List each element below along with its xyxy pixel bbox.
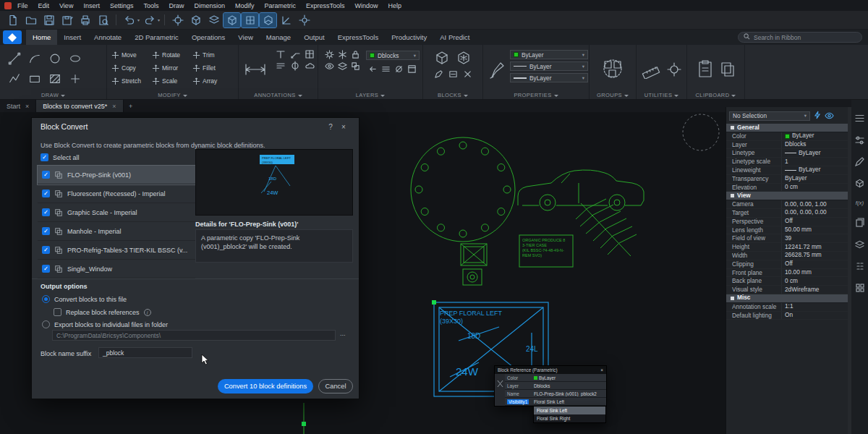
select-all-row[interactable]: ✓ Select all: [41, 153, 80, 161]
measure-icon[interactable]: [642, 48, 660, 90]
close-tab-icon[interactable]: ×: [25, 103, 29, 110]
close-icon[interactable]: ×: [600, 367, 603, 373]
export-path-input[interactable]: C:\ProgramData\Bricsys\Components\: [52, 330, 336, 341]
panel-label-annotations[interactable]: ANNOTATIONS: [239, 92, 318, 98]
layer-states-icon[interactable]: [338, 61, 347, 71]
cancel-button[interactable]: Cancel: [318, 379, 353, 393]
panel-label-modify[interactable]: MODIFY: [107, 92, 238, 98]
settings-icon[interactable]: [296, 13, 312, 27]
property-row[interactable]: Field of view 39: [726, 234, 851, 243]
export-to-folder-option[interactable]: Export blocks to individual files in fol…: [42, 320, 168, 328]
block-checkbox[interactable]: ✓: [42, 227, 50, 235]
modify-tool[interactable]: Array: [192, 77, 233, 85]
property-row[interactable]: Clipping Off: [726, 260, 851, 269]
property-row[interactable]: Annotation scale 1:1: [726, 303, 851, 312]
ribbon-tab[interactable]: Manage: [260, 30, 297, 45]
export-to-folder-radio[interactable]: [42, 320, 50, 328]
dimension-tool-icon[interactable]: [243, 48, 268, 90]
property-row[interactable]: Target 0.00, 0.00, 0.00: [726, 209, 851, 218]
ribbon-tab[interactable]: Operations: [185, 30, 231, 45]
property-row[interactable]: Linetype ByLayer: [726, 149, 851, 158]
paste-icon[interactable]: [697, 48, 714, 90]
color-combo[interactable]: ByLayer ▾: [510, 50, 588, 59]
ribbon-tab[interactable]: ExpressTools: [331, 30, 386, 45]
produce-case-entity[interactable]: ORGANIC PRODUCE 8 3-TIER CASE (KIL BSSC-…: [519, 235, 573, 267]
app-icon[interactable]: [4, 2, 12, 9]
modify-tool[interactable]: Scale: [152, 77, 192, 85]
panel-label-draw[interactable]: DRAW: [0, 92, 106, 98]
property-row[interactable]: Transparency ByLayer: [726, 175, 851, 184]
rectangle-tool-icon[interactable]: [28, 72, 41, 85]
leader-tool-icon[interactable]: [290, 49, 300, 59]
panel-label-properties[interactable]: PROPERTIES: [483, 92, 589, 98]
grid-panel-icon[interactable]: [854, 282, 865, 293]
edit-block-icon[interactable]: [434, 69, 443, 79]
parameters-fx-icon[interactable]: f(x): [856, 200, 864, 206]
menu-item[interactable]: Help: [388, 2, 402, 9]
convert-button[interactable]: Convert 10 block definitions: [218, 379, 313, 393]
modify-tool[interactable]: Mirror: [152, 64, 192, 72]
property-row[interactable]: View: [726, 192, 851, 200]
panel-label-blocks[interactable]: BLOCKS: [423, 92, 482, 98]
linetype-combo[interactable]: ByLayer ▾: [510, 61, 588, 71]
property-row[interactable]: Misc: [726, 294, 851, 303]
create-block-icon[interactable]: [456, 50, 472, 66]
menu-item[interactable]: Insert: [83, 2, 100, 9]
block-list-item[interactable]: ✓ FLO-Prep-Sink (v001): [38, 166, 195, 184]
polyline-tool-icon[interactable]: [8, 72, 21, 85]
ribbon-tab[interactable]: Annotate: [88, 30, 128, 45]
panel-label-layers[interactable]: LAYERS: [318, 92, 422, 98]
print-icon[interactable]: [77, 13, 93, 27]
help-icon[interactable]: ?: [324, 123, 337, 131]
popup-title-bar[interactable]: Block Reference (Parametric) ×: [495, 366, 606, 374]
manhole-entity[interactable]: [411, 137, 515, 242]
ribbon-tab[interactable]: 2D Parametric: [128, 30, 185, 45]
block-list-item[interactable]: ✓ Graphic Scale - Imperial: [38, 203, 195, 222]
property-row[interactable]: Linetype scale 1: [726, 158, 851, 166]
undo-icon[interactable]: [121, 13, 137, 27]
layer-freeze-icon[interactable]: [338, 50, 347, 59]
popup-property-row[interactable]: Layer Dblocks: [505, 382, 606, 390]
suffix-input[interactable]: _pblock: [98, 347, 192, 358]
open-file-icon[interactable]: [22, 13, 39, 27]
layer-lock-icon[interactable]: [351, 50, 360, 59]
copy-clip-icon[interactable]: [720, 48, 736, 90]
attribute-icon[interactable]: [448, 69, 458, 79]
popup-property-row[interactable]: Color ByLayer: [505, 374, 606, 382]
redo-caret-icon[interactable]: ▾: [158, 17, 160, 22]
modify-tool[interactable]: Trim: [192, 51, 233, 59]
block-checkbox[interactable]: ✓: [42, 208, 50, 216]
menu-item[interactable]: Draw: [169, 2, 184, 9]
groups-icon[interactable]: [602, 48, 624, 90]
centerline-tool-icon[interactable]: [290, 61, 300, 71]
menu-item[interactable]: ExpressTools: [306, 2, 345, 9]
panel-label-utilities[interactable]: UTILITIES: [637, 92, 686, 98]
mechanical-browser-icon[interactable]: [854, 178, 865, 189]
property-row[interactable]: Lineweight ByLayer: [726, 166, 851, 175]
property-row[interactable]: Width 26628.75 mm: [726, 252, 851, 260]
ribbon-tab[interactable]: View: [231, 30, 259, 45]
property-row[interactable]: Front plane 10.00 mm: [726, 269, 851, 278]
line-entity[interactable]: [302, 403, 306, 434]
grey-circle-entity[interactable]: [683, 114, 719, 150]
menu-item[interactable]: Tools: [143, 2, 158, 9]
ribbon-tab[interactable]: Home: [26, 30, 57, 45]
save-icon[interactable]: [41, 13, 57, 27]
close-tab-icon[interactable]: ×: [112, 103, 116, 110]
table-tool-icon[interactable]: [305, 49, 315, 59]
ribbon-tab[interactable]: Insert: [57, 30, 88, 45]
layer-isolate-icon[interactable]: [325, 61, 334, 71]
insert-block-icon[interactable]: [434, 50, 450, 66]
menu-item[interactable]: Parametric: [265, 2, 297, 9]
replace-references-checkbox[interactable]: [54, 308, 61, 316]
modify-tool[interactable]: Rotate: [152, 51, 192, 59]
ribbon-tab[interactable]: Productivity: [385, 30, 433, 45]
grip-point[interactable]: [432, 300, 436, 305]
quick-select-icon[interactable]: [814, 109, 821, 122]
menu-item[interactable]: View: [59, 2, 73, 9]
menu-item[interactable]: File: [17, 2, 28, 9]
layer-walk-icon[interactable]: [381, 64, 391, 74]
hamburger-menu-icon[interactable]: [854, 113, 865, 124]
modify-tool[interactable]: Fillet: [192, 64, 233, 72]
convert-to-file-radio[interactable]: [42, 295, 50, 303]
